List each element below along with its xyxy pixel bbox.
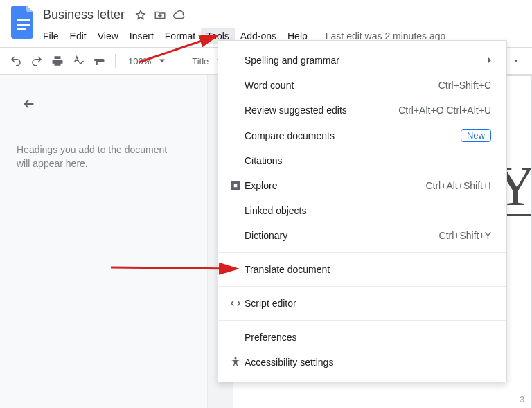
- tools-item-word-count[interactable]: Word countCtrl+Shift+C: [218, 73, 506, 98]
- star-icon[interactable]: [134, 9, 147, 21]
- menu-file[interactable]: File: [37, 28, 64, 44]
- menu-view[interactable]: View: [92, 28, 124, 44]
- blank-icon: [227, 204, 245, 217]
- svg-rect-0: [17, 19, 30, 21]
- keyboard-shortcut: Ctrl+Shift+C: [438, 80, 491, 91]
- menu-separator: [218, 320, 506, 321]
- menu-insert[interactable]: Insert: [124, 28, 159, 44]
- zoom-value: 100%: [128, 56, 151, 66]
- tools-item-label: Compare documents: [245, 130, 461, 141]
- keyboard-shortcut: Ctrl+Shift+Y: [439, 230, 491, 241]
- new-badge: New: [461, 129, 491, 142]
- svg-rect-2: [17, 28, 26, 30]
- print-button[interactable]: [48, 52, 66, 70]
- page-number: 3: [520, 395, 524, 405]
- zoom-select[interactable]: 100%: [123, 52, 172, 70]
- tools-item-label: Word count: [245, 80, 438, 91]
- tools-item-compare-docs[interactable]: Compare documentsNew: [218, 123, 506, 148]
- tools-item-label: Spelling and grammar: [245, 55, 488, 66]
- blank-icon: [227, 104, 245, 116]
- tools-item-translate[interactable]: Translate document: [218, 257, 506, 282]
- tools-item-label: Preferences: [245, 332, 491, 343]
- outline-back-button[interactable]: [17, 91, 42, 116]
- tools-item-label: Accessibility settings: [245, 357, 491, 368]
- tools-item-label: Review suggested edits: [245, 105, 398, 116]
- tools-item-label: Explore: [245, 180, 425, 191]
- tools-item-script-editor[interactable]: Script editor: [218, 291, 506, 316]
- tools-item-explore[interactable]: ExploreCtrl+Alt+Shift+I: [218, 173, 506, 198]
- tools-menu-dropdown: Spelling and grammarWord countCtrl+Shift…: [218, 40, 507, 382]
- menu-separator: [218, 286, 506, 287]
- redo-button[interactable]: [28, 52, 46, 70]
- tools-item-label: Linked objects: [245, 205, 491, 216]
- explore-icon: [227, 179, 245, 192]
- blank-icon: [227, 263, 245, 276]
- outline-placeholder: Headings you add to the document will ap…: [17, 143, 183, 171]
- submenu-arrow-icon: [488, 57, 491, 64]
- tools-item-label: Translate document: [245, 264, 491, 275]
- menu-format[interactable]: Format: [159, 28, 201, 44]
- blank-icon: [227, 229, 245, 242]
- paint-format-button[interactable]: [90, 52, 108, 70]
- tools-item-accessibility[interactable]: Accessibility settings: [218, 350, 506, 375]
- tools-item-label: Dictionary: [245, 230, 439, 241]
- svg-point-3: [235, 357, 237, 360]
- tools-item-spelling-grammar[interactable]: Spelling and grammar: [218, 48, 506, 73]
- blank-icon: [227, 130, 245, 142]
- tools-item-dictionary[interactable]: DictionaryCtrl+Shift+Y: [218, 223, 506, 248]
- tools-item-preferences[interactable]: Preferences: [218, 325, 506, 350]
- cloud-saved-icon[interactable]: [173, 9, 186, 21]
- accessibility-icon: [227, 356, 245, 369]
- menu-separator: [218, 252, 506, 253]
- tools-item-label: Script editor: [245, 298, 491, 309]
- undo-button[interactable]: [7, 52, 25, 70]
- tools-item-citations[interactable]: Citations: [218, 148, 506, 173]
- menu-edit[interactable]: Edit: [64, 28, 92, 44]
- move-to-folder-icon[interactable]: [154, 9, 166, 21]
- script-icon: [227, 297, 245, 310]
- keyboard-shortcut: Ctrl+Alt+O Ctrl+Alt+U: [398, 105, 491, 116]
- outline-pane: Headings you add to the document will ap…: [0, 75, 208, 408]
- blank-icon: [227, 54, 245, 66]
- style-value: Title: [192, 56, 209, 66]
- keyboard-shortcut: Ctrl+Alt+Shift+I: [425, 180, 491, 191]
- blank-icon: [227, 154, 245, 167]
- docs-app-icon[interactable]: [10, 3, 37, 41]
- blank-icon: [227, 331, 245, 344]
- svg-rect-1: [17, 24, 30, 26]
- tools-item-review-suggested[interactable]: Review suggested editsCtrl+Alt+O Ctrl+Al…: [218, 98, 506, 123]
- blank-icon: [227, 79, 245, 91]
- tools-item-label: Citations: [245, 155, 491, 166]
- document-title[interactable]: Business letter: [40, 6, 127, 24]
- spellcheck-button[interactable]: [69, 52, 87, 70]
- chevron-down-icon[interactable]: [507, 52, 525, 70]
- tools-item-linked-objects[interactable]: Linked objects: [218, 198, 506, 223]
